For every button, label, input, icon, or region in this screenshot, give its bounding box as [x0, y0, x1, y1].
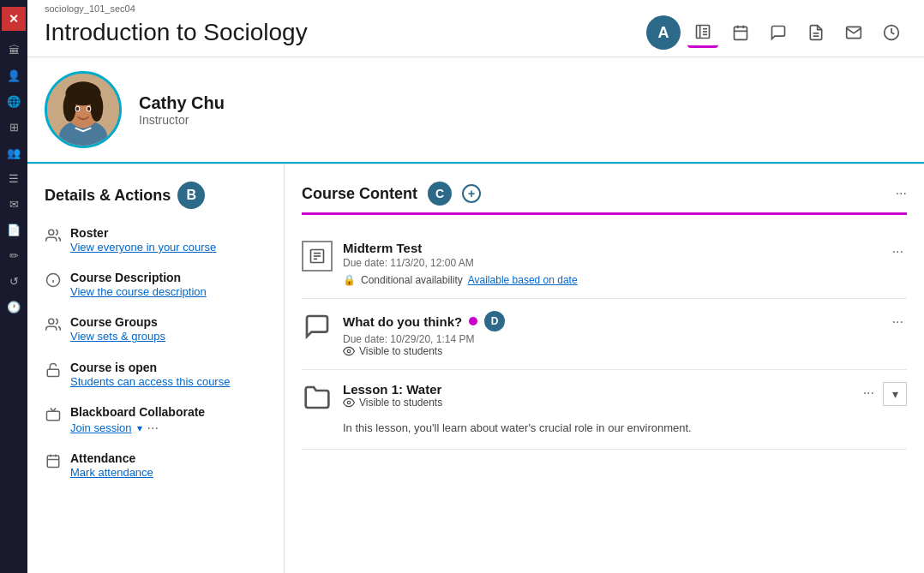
course-open-title: Course is open [70, 361, 230, 374]
discussion-visibility: Visible to students [343, 345, 505, 357]
course-groups-link[interactable]: View sets & groups [70, 329, 165, 344]
chat-icon-btn[interactable] [763, 17, 794, 48]
midterm-title: Midterm Test [343, 241, 578, 255]
discussion-due: Due date: 10/29/20, 1:14 PM [343, 333, 505, 345]
blackboard-link[interactable]: Join session [70, 421, 132, 436]
midterm-test-left: Midterm Test Due date: 11/3/20, 12:00 AM… [302, 241, 889, 286]
instructor-name: Cathy Chu [139, 93, 225, 113]
dropdown-arrow-icon[interactable]: ▾ [137, 422, 142, 434]
roster-link[interactable]: View everyone in your course [70, 240, 216, 255]
blackboard-more-btn[interactable]: ··· [147, 421, 159, 436]
svg-point-39 [347, 349, 351, 353]
instructor-info: Cathy Chu Instructor [139, 93, 225, 127]
notes-icon-btn[interactable] [801, 17, 831, 48]
course-description-item: Course Description View the course descr… [45, 271, 267, 300]
blackboard-extra: Join session ▾ ··· [70, 421, 205, 436]
roster-item: Roster View everyone in your course [45, 226, 267, 255]
discussion-info: What do you think? D Due date: 10/29/20,… [343, 311, 505, 357]
course-content-title: Course Content C + [302, 182, 481, 206]
blackboard-title: Blackboard Collaborate [70, 405, 205, 419]
lesson-description: In this lesson, you'll learn about water… [302, 420, 907, 437]
roster-content: Roster View everyone in your course [70, 226, 216, 255]
groups-icon [45, 317, 62, 336]
svg-point-16 [63, 93, 76, 122]
test-icon [302, 241, 333, 272]
discussion-item: What do you think? D Due date: 10/29/20,… [302, 299, 907, 370]
profile-section: Cathy Chu Instructor [27, 57, 924, 164]
nav-clock-icon[interactable]: 🕐 [2, 295, 26, 319]
details-actions-title: Details & Actions B [45, 182, 267, 209]
svg-point-17 [90, 93, 103, 122]
nav-pencil-icon[interactable]: ✏ [2, 243, 26, 267]
notebook-icon-btn[interactable] [687, 17, 718, 48]
sidebar-nav: ✕ 🏛 👤 🌐 ⊞ 👥 ☰ ✉ 📄 ✏ ↺ 🕐 [0, 0, 27, 573]
nav-bars-icon[interactable]: ☰ [2, 166, 26, 190]
nav-institution-icon[interactable]: 🏛 [2, 38, 26, 62]
attendance-icon [45, 453, 62, 472]
folder-icon [302, 382, 333, 413]
lesson-info: Lesson 1: Water Visible to students [343, 382, 442, 409]
discussion-icon [302, 311, 333, 342]
attendance-item: Attendance Mark attendance [45, 451, 267, 480]
clock-icon-btn[interactable] [876, 17, 907, 48]
nav-user-icon[interactable]: 👤 [2, 63, 26, 87]
nav-mail-icon[interactable]: ✉ [2, 192, 26, 216]
midterm-actions: ··· [889, 241, 907, 263]
user-avatar[interactable]: A [646, 15, 681, 50]
midterm-test-item: Midterm Test Due date: 11/3/20, 12:00 AM… [302, 229, 907, 299]
svg-rect-27 [47, 369, 59, 376]
svg-point-40 [347, 401, 351, 404]
course-open-item: Course is open Students can access this … [45, 361, 267, 390]
svg-rect-29 [47, 456, 59, 468]
midterm-info: Midterm Test Due date: 11/3/20, 12:00 AM… [343, 241, 578, 286]
roster-title: Roster [70, 226, 216, 240]
course-description-link[interactable]: View the course description [70, 284, 207, 300]
svg-point-22 [49, 230, 54, 235]
main-content: sociology_101_sec04 Introduction to Soci… [27, 0, 924, 573]
left-panel: Details & Actions B Roster View everyone… [27, 164, 285, 573]
svg-rect-28 [47, 411, 60, 421]
course-open-link[interactable]: Students can access this course [70, 374, 230, 390]
discussion-title: What do you think? D [343, 311, 505, 331]
calendar-icon-btn[interactable] [725, 17, 756, 48]
course-open-content: Course is open Students can access this … [70, 361, 230, 390]
right-panel: Course Content C + ··· [285, 164, 924, 573]
lesson-water-item: Lesson 1: Water Visible to students ··· … [302, 370, 907, 450]
svg-point-26 [49, 319, 54, 325]
midterm-status: 🔒 Conditional availability Available bas… [343, 274, 578, 286]
content-more-btn[interactable]: ··· [896, 186, 907, 201]
discussion-left: What do you think? D Due date: 10/29/20,… [302, 311, 889, 357]
page-title: Introduction to Sociology [45, 19, 308, 46]
people-icon [45, 228, 62, 247]
lesson-left: Lesson 1: Water Visible to students [302, 382, 860, 413]
mail-icon-btn[interactable] [838, 17, 869, 48]
collaborate-icon [45, 407, 62, 426]
close-button[interactable]: ✕ [2, 7, 26, 31]
discussion-more-btn[interactable]: ··· [889, 311, 907, 333]
available-link[interactable]: Available based on date [468, 274, 578, 286]
lesson-more-btn[interactable]: ··· [860, 382, 878, 404]
lesson-actions: ··· ▾ [860, 382, 907, 406]
lock-open-icon [45, 362, 62, 381]
blackboard-content: Blackboard Collaborate Join session ▾ ··… [70, 405, 205, 436]
attendance-link[interactable]: Mark attendance [70, 465, 153, 480]
info-icon [45, 272, 62, 291]
midterm-due: Due date: 11/3/20, 12:00 AM [343, 257, 578, 269]
course-groups-item: Course Groups View sets & groups [45, 315, 267, 344]
svg-point-21 [87, 107, 91, 111]
nav-refresh-icon[interactable]: ↺ [2, 269, 26, 293]
nav-people-icon[interactable]: 👥 [2, 140, 26, 164]
course-description-content: Course Description View the course descr… [70, 271, 207, 300]
nav-file-icon[interactable]: 📄 [2, 218, 26, 242]
nav-globe-icon[interactable]: 🌐 [2, 89, 26, 113]
nav-grid-icon[interactable]: ⊞ [2, 115, 26, 139]
discussion-actions: ··· [889, 311, 907, 333]
breadcrumb: sociology_101_sec04 [45, 0, 907, 15]
purple-dot-icon [469, 317, 477, 325]
midterm-more-btn[interactable]: ··· [889, 241, 907, 263]
instructor-role: Instructor [139, 113, 225, 127]
instructor-avatar [45, 71, 122, 148]
lesson-expand-btn[interactable]: ▾ [883, 382, 907, 406]
svg-rect-5 [735, 27, 747, 39]
add-content-btn[interactable]: + [462, 184, 481, 203]
